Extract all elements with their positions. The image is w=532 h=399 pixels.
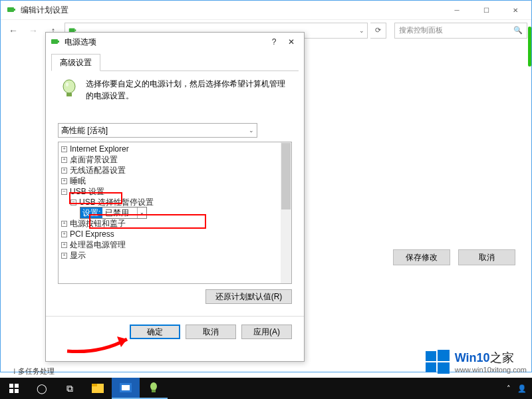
forward-button: →: [25, 22, 42, 39]
cancel-button[interactable]: 取消: [458, 249, 515, 265]
collapse-icon[interactable]: −: [70, 200, 76, 205]
svg-rect-5: [58, 41, 59, 43]
dialog-title: 电源选项: [65, 37, 265, 48]
setting-value: 已禁用: [102, 207, 137, 218]
truncated-background-text: ⁞ 多任务处理: [13, 366, 55, 376]
power-plan-icon: [6, 5, 17, 15]
task-view-button[interactable]: ⧉: [56, 378, 84, 399]
tree-item-ie[interactable]: +Internet Explorer: [61, 144, 291, 154]
plan-selected-value: 高性能 [活动]: [61, 125, 108, 136]
tab-strip: 高级设置: [51, 54, 299, 71]
collapse-icon[interactable]: −: [61, 189, 67, 195]
watermark-brand1: Win10: [455, 351, 490, 364]
settings-tree: +Internet Explorer +桌面背景设置 +无线适配器设置 +睡眠 …: [58, 142, 292, 284]
main-window-title: 编辑计划设置: [21, 5, 442, 16]
tree-item-power-buttons[interactable]: +电源按钮和盖子: [61, 218, 291, 229]
maximize-button[interactable]: ☐: [471, 1, 501, 19]
tree-item-wireless[interactable]: +无线适配器设置: [61, 165, 291, 176]
svg-point-7: [66, 82, 68, 86]
taskbar-app-settings[interactable]: [112, 378, 140, 399]
tree-item-pci-express[interactable]: +PCI Express: [61, 229, 291, 239]
chevron-down-icon[interactable]: ⌄: [359, 27, 364, 34]
chevron-down-icon: ⌄: [249, 127, 254, 134]
svg-rect-10: [438, 350, 450, 361]
tree-item-cpu-power[interactable]: +处理器电源管理: [61, 239, 291, 250]
windows-logo-icon: [424, 348, 451, 375]
dialog-titlebar: 电源选项 ? ✕: [46, 33, 304, 51]
restore-defaults-button[interactable]: 还原计划默认值(R): [205, 289, 292, 304]
dialog-cancel-button[interactable]: 取消: [186, 325, 236, 339]
search-icon: 🔍: [513, 26, 523, 35]
svg-rect-0: [7, 7, 14, 12]
system-tray: ˄ 👤: [507, 384, 532, 393]
start-button[interactable]: [0, 378, 28, 399]
svg-rect-20: [122, 385, 130, 390]
expand-icon[interactable]: +: [61, 231, 67, 237]
taskbar-app-power[interactable]: [140, 378, 168, 399]
chevron-down-icon[interactable]: ⌄: [137, 207, 146, 218]
refresh-button[interactable]: ⟳: [370, 23, 386, 39]
svg-rect-16: [15, 389, 19, 393]
expand-icon[interactable]: +: [61, 242, 67, 248]
watermark: Win10之家 www.win10xitong.com: [424, 348, 527, 375]
setting-label: 设置:: [80, 207, 102, 218]
dialog-button-row: 确定 取消 应用(A): [46, 316, 304, 339]
watermark-brand2: 之家: [490, 351, 514, 364]
svg-point-21: [150, 382, 157, 390]
watermark-url: www.win10xitong.com: [455, 366, 527, 374]
minimize-button[interactable]: ─: [442, 1, 471, 19]
ok-button[interactable]: 确定: [130, 325, 180, 339]
svg-rect-12: [438, 362, 450, 374]
back-button[interactable]: ←: [5, 22, 22, 39]
svg-rect-13: [9, 384, 13, 388]
svg-rect-18: [92, 384, 97, 386]
tree-item-usb-setting[interactable]: 设置: 已禁用 ⌄: [80, 207, 291, 218]
power-plan-select[interactable]: 高性能 [活动] ⌄: [58, 123, 257, 138]
scrollbar-thumb[interactable]: [281, 143, 291, 209]
tree-item-usb-suspend[interactable]: −USB 选择性暂停设置: [70, 197, 291, 207]
help-button[interactable]: ?: [265, 33, 283, 51]
tray-overflow-icon[interactable]: ˄: [507, 384, 511, 393]
svg-rect-4: [51, 39, 58, 44]
close-button[interactable]: ✕: [501, 1, 530, 19]
tray-people-icon[interactable]: 👤: [517, 384, 527, 393]
svg-rect-22: [152, 390, 156, 392]
expand-icon[interactable]: +: [61, 157, 67, 163]
dialog-close-button[interactable]: ✕: [283, 33, 300, 51]
tab-advanced-settings[interactable]: 高级设置: [51, 54, 100, 71]
save-changes-button[interactable]: 保存修改: [393, 249, 450, 265]
tree-item-display[interactable]: +显示: [61, 250, 291, 261]
expand-icon[interactable]: +: [61, 221, 67, 227]
main-titlebar: 编辑计划设置 ─ ☐ ✕: [1, 1, 531, 19]
cortana-button[interactable]: ◯: [28, 378, 56, 399]
svg-rect-9: [426, 351, 436, 361]
search-placeholder: 搜索控制面板: [399, 25, 443, 35]
svg-rect-3: [75, 29, 76, 31]
setting-value-combo[interactable]: 设置: 已禁用 ⌄: [80, 207, 147, 219]
tree-item-desktop-bg[interactable]: +桌面背景设置: [61, 154, 291, 165]
expand-icon[interactable]: +: [61, 146, 67, 152]
expand-icon[interactable]: +: [61, 253, 67, 259]
svg-rect-1: [14, 9, 15, 11]
power-options-icon: [50, 37, 61, 47]
taskbar: ◯ ⧉ ˄ 👤: [0, 378, 532, 399]
edge-scroll-indicator: [528, 27, 531, 66]
scrollbar-track[interactable]: [281, 142, 291, 283]
svg-rect-14: [15, 384, 19, 388]
tree-item-usb[interactable]: −USB 设置: [61, 186, 291, 197]
taskbar-app-explorer[interactable]: [84, 378, 112, 399]
svg-rect-11: [426, 362, 436, 372]
bulb-icon: [58, 78, 80, 100]
search-input[interactable]: 搜索控制面板 🔍: [394, 23, 527, 39]
apply-button[interactable]: 应用(A): [241, 325, 292, 339]
power-options-dialog: 电源选项 ? ✕ 高级设置 选择你要自定义的电源计划，然后选择你希望计算机管理的…: [45, 32, 305, 362]
svg-point-6: [63, 80, 75, 93]
expand-icon[interactable]: +: [61, 168, 67, 174]
dialog-description: 选择你要自定义的电源计划，然后选择你希望计算机管理的电源设置。: [86, 78, 292, 102]
svg-rect-15: [9, 389, 13, 393]
tree-item-sleep[interactable]: +睡眠: [61, 176, 291, 186]
expand-icon[interactable]: +: [61, 178, 67, 184]
